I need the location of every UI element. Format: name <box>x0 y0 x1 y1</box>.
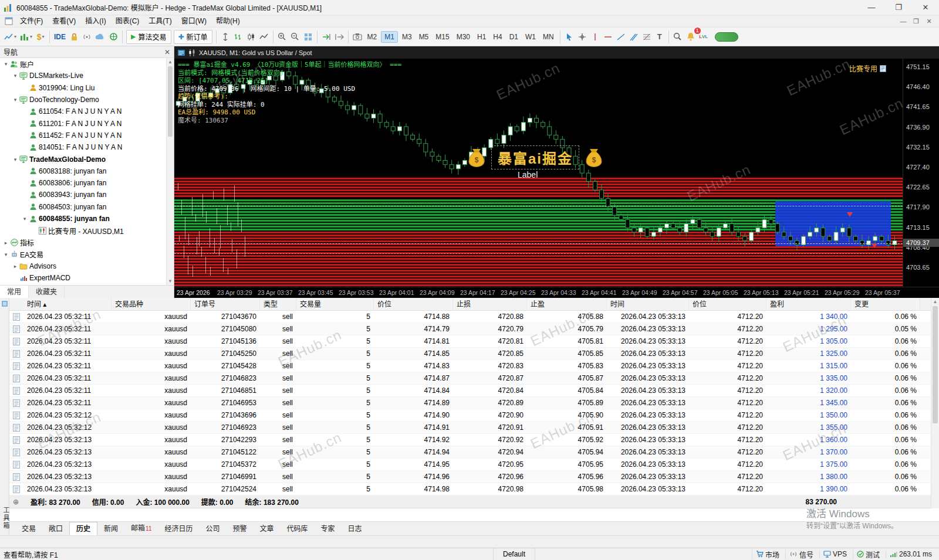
menu-item[interactable]: 图表(C) <box>111 17 144 25</box>
navigator-close-icon[interactable]: ✕ <box>164 48 170 56</box>
channel-tool-icon[interactable] <box>627 30 640 44</box>
timeframe-m2[interactable]: M2 <box>364 31 380 43</box>
bar-chart-icon[interactable] <box>232 30 245 44</box>
navigator-tree-item[interactable]: ▾DooTechnology-Demo <box>0 94 166 106</box>
collapse-icon[interactable]: ▾ <box>12 73 19 79</box>
status-item-market[interactable]: 市场 <box>752 549 783 559</box>
history-table-row[interactable]: 2026.04.23 05:32:12xauusd271043696sell54… <box>9 409 931 422</box>
status-profile[interactable]: Default <box>493 548 535 560</box>
menu-item[interactable]: 查看(V) <box>48 17 80 25</box>
history-table-row[interactable]: 2026.04.23 05:32:13xauusd271045122sell54… <box>9 446 931 459</box>
toolbox-tab-敞口[interactable]: 敞口 <box>42 522 69 535</box>
navigator-tree-item[interactable]: ▾TradeMaxGlobal-Demo <box>0 153 166 165</box>
status-item-signal[interactable]: 信号 <box>785 549 817 559</box>
corner-doc-icon[interactable] <box>880 65 886 72</box>
ide-button[interactable]: IDE <box>52 30 67 44</box>
column-header[interactable]: 交易量 <box>296 298 374 311</box>
navigator-tree-item[interactable]: 60083188: junyan fan <box>0 165 166 177</box>
chart-mode-icon[interactable]: ▾ <box>2 30 18 44</box>
screenshot-icon[interactable] <box>351 30 364 44</box>
child-minimize-icon[interactable]: ― <box>897 18 910 25</box>
candlestick-icon[interactable] <box>245 30 258 44</box>
collapse-icon[interactable]: ▾ <box>2 61 9 67</box>
history-table-row[interactable]: 2026.04.23 05:32:11xauusd271045136sell54… <box>9 335 931 348</box>
collapse-icon[interactable]: ▾ <box>12 157 19 162</box>
crosshair-icon[interactable] <box>576 30 589 44</box>
horizontal-line-tool-icon[interactable] <box>602 30 614 44</box>
timeframe-m5[interactable]: M5 <box>416 31 432 43</box>
summary-plus-icon[interactable]: ⊕ <box>13 498 19 506</box>
column-header[interactable]: 类型 <box>260 298 296 311</box>
navigator-tab-favorites[interactable]: 收藏夹 <box>29 286 65 298</box>
column-header[interactable]: 价位 <box>374 298 453 311</box>
navigator-tree-item[interactable]: 60083806: junyan fan <box>0 177 166 189</box>
history-table-row[interactable]: 2026.04.23 05:32:11xauusd271046953sell54… <box>9 397 931 409</box>
chart-label-object[interactable]: Label <box>518 170 538 179</box>
column-header[interactable]: 止损 <box>453 298 527 311</box>
cloud-icon[interactable] <box>93 30 107 44</box>
toolbox-tab-文章[interactable]: 文章 <box>254 522 281 535</box>
history-table-row[interactable]: 2026.04.23 05:32:13xauusd271045372sell54… <box>9 459 931 471</box>
status-item-vps[interactable]: VPS <box>819 550 850 558</box>
scroll-down-icon[interactable]: ▼ <box>167 277 174 285</box>
column-header[interactable]: 交易品种 <box>112 298 191 311</box>
notifications-bell-icon[interactable]: 1 <box>684 30 697 44</box>
toolbox-tab-交易[interactable]: 交易 <box>15 522 42 535</box>
price-axis[interactable]: 4751.154746.404741.654736.904732.154727.… <box>903 59 939 287</box>
timeframe-m15[interactable]: M15 <box>433 31 452 43</box>
toolbox-tab-经济日历[interactable]: 经济日历 <box>158 522 199 535</box>
timeframe-h4[interactable]: H4 <box>490 31 505 43</box>
maximize-button[interactable]: ❐ <box>885 0 912 15</box>
tile-windows-icon[interactable] <box>302 30 315 44</box>
timeframe-d1[interactable]: D1 <box>506 31 521 43</box>
chart-plot-area[interactable]: === 暴富ai掘金 v4.69 〈10万U资金版｜5单起｜当前价格网格双向〉 … <box>174 59 903 287</box>
toolbox-tab-日志[interactable]: 日志 <box>342 522 369 535</box>
column-header[interactable]: 订单号 <box>191 298 260 311</box>
history-table-row[interactable]: 2026.04.23 05:32:13xauusd271042293sell54… <box>9 434 931 446</box>
status-item-test[interactable]: 测试 <box>853 549 883 559</box>
algo-trading-button[interactable]: ▶ 算法交易 <box>126 30 171 44</box>
history-table-row[interactable]: 2026.04.23 05:32:11xauusd271046851sell54… <box>9 385 931 397</box>
column-header[interactable]: 时间 ▴ <box>23 298 112 311</box>
navigator-tree-item[interactable]: 60084503: junyan fan <box>0 201 166 213</box>
history-table-row[interactable]: 2026.04.23 05:32:11xauusd271043670sell54… <box>9 311 931 323</box>
history-table-row[interactable]: 2026.04.23 05:32:11xauusd271045428sell54… <box>9 360 931 372</box>
expand-icon[interactable]: ▸ <box>2 240 9 246</box>
child-restore-icon[interactable]: ❐ <box>910 18 923 25</box>
column-header[interactable]: 时间 <box>607 298 689 311</box>
timeframe-mn[interactable]: MN <box>540 31 557 43</box>
cursor-scale-icon[interactable] <box>219 30 232 44</box>
toolbox-strip-icon[interactable] <box>2 301 8 307</box>
chart-panel[interactable]: XAUUSD, M1: Gold vs US Dollar / Spot ===… <box>174 46 939 298</box>
zoom-in-icon[interactable] <box>276 30 289 44</box>
search-icon[interactable] <box>671 30 684 44</box>
navigator-tree-item[interactable]: ExpertMACD <box>0 272 166 284</box>
navigator-scrollbar[interactable]: ▲ ▼ <box>166 58 174 285</box>
history-scroll-thumb[interactable] <box>933 306 938 423</box>
history-scrollbar[interactable]: ▲ <box>931 298 939 508</box>
navigator-tree-item[interactable]: 611201: F A N J U N Y A N <box>0 117 166 129</box>
menu-item[interactable]: 插入(I) <box>80 17 110 25</box>
history-table-row[interactable]: 2026.04.23 05:32:11xauusd271045080sell54… <box>9 323 931 335</box>
column-header[interactable]: 盈利 <box>766 298 851 311</box>
timeframe-w1[interactable]: W1 <box>522 31 539 43</box>
expand-icon[interactable]: ▸ <box>12 263 19 269</box>
navigator-tree-item[interactable]: 比赛专用 - XAUUSD,M1 <box>0 225 166 236</box>
new-chart-icon[interactable]: ▾ <box>18 30 34 44</box>
timeframe-h1[interactable]: H1 <box>474 31 489 43</box>
close-button[interactable]: ✕ <box>912 0 939 15</box>
navigator-tree-item[interactable]: ▾60084855: junyan fan <box>0 213 166 225</box>
navigator-tree-item[interactable]: 611054: F A N J U N Y A N <box>0 106 166 117</box>
text-tool-icon[interactable]: T <box>653 30 666 44</box>
navigator-tree-item[interactable]: 60083943: junyan fan <box>0 189 166 201</box>
navigator-tree-item[interactable]: 3019904: Ling Liu <box>0 82 166 94</box>
navigator-tree-item[interactable]: 814051: F A N J U N Y A N <box>0 141 166 153</box>
navigator-tree-item[interactable]: ▾账户 <box>0 58 166 70</box>
signals-icon[interactable] <box>80 30 93 44</box>
profiles-icon[interactable]: $▾ <box>34 30 47 44</box>
fibo-tool-icon[interactable] <box>640 30 653 44</box>
menu-item[interactable]: 帮助(H) <box>211 17 245 25</box>
menu-item[interactable]: 工具(T) <box>144 17 176 25</box>
column-header[interactable]: 变更 <box>851 298 920 311</box>
status-latency[interactable]: 263.01 ms <box>886 550 935 558</box>
